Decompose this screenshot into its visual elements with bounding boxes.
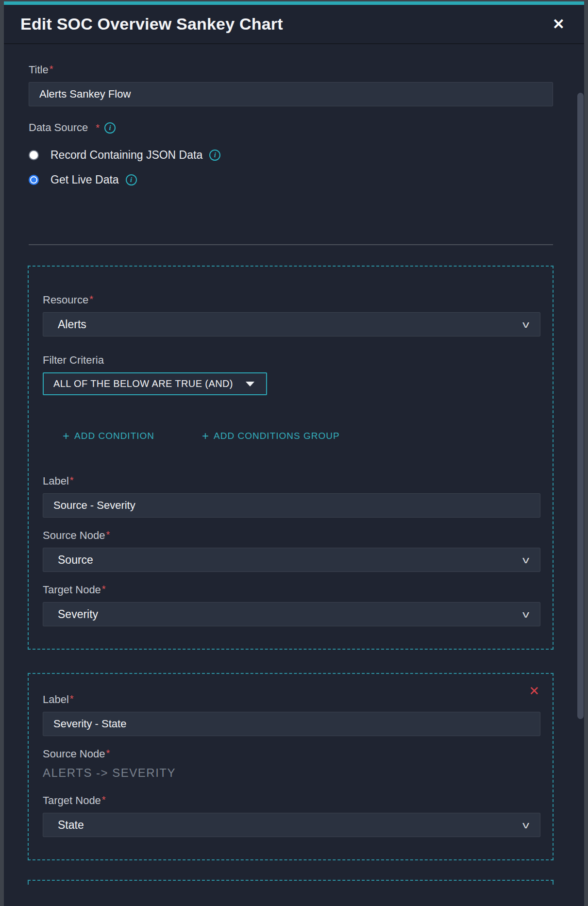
filter-links-row: + ADD CONDITION + ADD CONDITIONS GROUP	[63, 429, 539, 443]
radio-label: Get Live Data	[50, 173, 119, 186]
plus-icon: +	[63, 429, 70, 443]
info-icon[interactable]: i	[209, 150, 220, 161]
radio-option-get-live-data[interactable]: Get Live Data i	[29, 173, 556, 186]
chevron-down-icon: v	[522, 820, 529, 831]
radio-option-record-json[interactable]: Record Containing JSON Data i	[29, 149, 556, 162]
section-divider	[29, 244, 553, 245]
sankey-link-group-2: ✕ Label* Source Node* ALERTS -> SEVERITY…	[28, 673, 554, 860]
caret-down-icon	[246, 382, 254, 386]
title-field-label: Title*	[29, 64, 556, 76]
modal-accent-bar	[4, 1, 584, 5]
required-asterisk: *	[96, 122, 100, 134]
resource-select[interactable]: Alerts v	[43, 312, 540, 336]
required-asterisk: *	[50, 64, 53, 74]
radio-label: Record Containing JSON Data	[50, 149, 202, 162]
modal-body: Title* Data Source * i Record Containing…	[4, 44, 584, 906]
modal-header: Edit SOC Overview Sankey Chart ✕	[4, 5, 584, 44]
chevron-down-icon: v	[522, 554, 529, 566]
sankey-link-group-3-partial	[28, 880, 554, 885]
chevron-down-icon: v	[522, 609, 529, 620]
filter-criteria-label: Filter Criteria	[43, 354, 539, 367]
target-node-select[interactable]: State v	[43, 813, 540, 837]
radio-selected-icon[interactable]	[29, 175, 39, 185]
chevron-down-icon: v	[522, 319, 529, 330]
label-input[interactable]	[43, 493, 540, 518]
target-node-label: Target Node*	[43, 584, 539, 596]
filter-criteria-select[interactable]: ALL OF THE BELOW ARE TRUE (AND)	[43, 372, 267, 395]
info-icon[interactable]: i	[126, 174, 137, 185]
target-node-select[interactable]: Severity v	[43, 602, 540, 626]
close-icon[interactable]: ✕	[551, 15, 567, 34]
plus-icon: +	[202, 429, 209, 443]
target-node-label: Target Node*	[43, 794, 539, 807]
radio-unselected-icon[interactable]	[29, 150, 39, 160]
data-source-label-row: Data Source * i	[29, 121, 556, 134]
resource-label: Resource*	[43, 294, 539, 306]
label-field-label: Label*	[43, 475, 539, 487]
sankey-link-group-1: Resource* Alerts v Filter Criteria ALL O…	[28, 266, 554, 650]
edit-sankey-chart-modal: Edit SOC Overview Sankey Chart ✕ Title* …	[4, 1, 584, 906]
add-condition-button[interactable]: + ADD CONDITION	[63, 429, 154, 443]
scrollbar-thumb[interactable]	[577, 93, 584, 719]
source-node-label: Source Node*	[43, 529, 539, 542]
source-node-label: Source Node*	[43, 748, 539, 760]
title-input[interactable]	[29, 82, 553, 106]
source-node-select[interactable]: Source v	[43, 548, 540, 572]
label-field-label: Label*	[43, 693, 539, 706]
source-node-static-value: ALERTS -> SEVERITY	[43, 766, 539, 780]
modal-title: Edit SOC Overview Sankey Chart	[20, 15, 283, 34]
data-source-label: Data Source	[29, 121, 88, 134]
remove-group-icon[interactable]: ✕	[529, 685, 539, 697]
label-input[interactable]	[43, 712, 540, 736]
info-icon[interactable]: i	[104, 122, 116, 134]
add-conditions-group-button[interactable]: + ADD CONDITIONS GROUP	[202, 429, 340, 443]
